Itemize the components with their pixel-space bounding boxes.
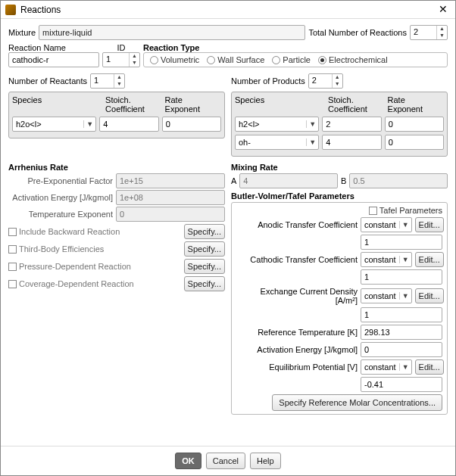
anodic-value-input[interactable]: 1 [361, 235, 442, 250]
specify-pressure-button[interactable]: Specify... [184, 259, 225, 274]
third-body-check[interactable]: Third-Body Efficiencies [8, 244, 181, 254]
chevron-down-icon[interactable]: ▼ [306, 120, 318, 128]
dialog-footer: OK Cancel Help [1, 446, 455, 475]
eq-pot-edit-button[interactable]: Edit... [415, 359, 444, 375]
pre-exp-label: Pre-Exponential Factor [8, 176, 113, 185]
cathodic-combo[interactable]: constant▼ [361, 252, 412, 267]
content-area: Mixture mixture-liquid Total Number of R… [1, 19, 455, 446]
spinner-down-icon[interactable]: ▼ [333, 81, 342, 88]
reactant-species-combo[interactable]: h2o<l>▼ [12, 117, 96, 132]
products-rate-header: Rate Exponent [388, 95, 444, 114]
reaction-type-particle[interactable]: Particle [272, 55, 311, 64]
reaction-type-label: Reaction Type [143, 43, 448, 52]
mixing-rate-title: Mixing Rate [231, 163, 448, 172]
total-reactions-label: Total Number of Reactions [308, 28, 407, 37]
specify-third-body-button[interactable]: Specify... [184, 241, 225, 257]
anodic-combo[interactable]: constant▼ [361, 217, 412, 232]
num-reactants-spinner[interactable]: 1 ▲▼ [90, 73, 125, 89]
close-icon[interactable]: ✕ [436, 2, 451, 17]
product-species-combo[interactable]: oh-▼ [235, 135, 319, 150]
reactant-stoich-input[interactable]: 4 [99, 117, 158, 132]
titlebar: Reactions ✕ [1, 1, 455, 19]
temp-exp-input[interactable]: 0 [116, 207, 225, 222]
app-icon [5, 5, 16, 15]
include-backward-check[interactable]: Include Backward Reaction [8, 227, 181, 236]
products-row: h2<l>▼ 2 0 [235, 117, 444, 132]
help-button[interactable]: Help [250, 453, 281, 469]
reaction-id-spinner[interactable]: 1 ▲▼ [102, 52, 140, 67]
bv-title: Butler-Volmer/Tafel Parameters [231, 191, 448, 201]
reactants-species-header: Species [12, 95, 102, 114]
pressure-dep-check[interactable]: Pressure-Dependent Reaction [8, 262, 181, 271]
spinner-up-icon[interactable]: ▲ [333, 74, 342, 81]
chevron-down-icon[interactable]: ▼ [399, 363, 411, 371]
bv-act-label: Activation Energy [J/kgmol] [236, 345, 358, 354]
reaction-name-label: Reaction Name [8, 43, 99, 52]
mixing-b-label: B [341, 176, 346, 185]
specify-backward-button[interactable]: Specify... [184, 224, 225, 239]
ok-button[interactable]: OK [175, 453, 201, 469]
num-products-spinner[interactable]: 2 ▲▼ [308, 73, 343, 89]
dialog-title: Reactions [20, 5, 436, 15]
spinner-down-icon[interactable]: ▼ [114, 81, 124, 88]
coverage-dep-check[interactable]: Coverage-Dependent Reaction [8, 279, 181, 288]
reaction-name-input[interactable]: cathodic-r [8, 52, 99, 67]
spinner-down-icon[interactable]: ▼ [437, 33, 447, 39]
num-products-label: Number of Products [231, 76, 305, 86]
anodic-label: Anodic Transfer Coefficient [236, 220, 358, 229]
tafel-params-check[interactable]: Tafel Parameters [369, 206, 442, 215]
pre-exp-input[interactable]: 1e+15 [116, 173, 225, 188]
specify-ref-molar-button[interactable]: Specify Reference Molar Concentrations..… [272, 394, 442, 411]
products-stoich-header: Stoich. Coefficient [328, 95, 384, 114]
ecd-combo[interactable]: constant▼ [361, 288, 412, 303]
products-row: oh-▼ 4 0 [235, 135, 444, 150]
eq-pot-label: Equilibrium Potential [V] [236, 362, 358, 372]
reactions-dialog: Reactions ✕ Mixture mixture-liquid Total… [0, 0, 456, 476]
cathodic-edit-button[interactable]: Edit... [415, 252, 444, 267]
reaction-type-volumetric[interactable]: Volumetric [150, 55, 199, 64]
reaction-id-label: ID [102, 43, 140, 52]
mixture-label: Mixture [8, 28, 36, 37]
cancel-button[interactable]: Cancel [206, 453, 245, 469]
product-stoich-input[interactable]: 4 [322, 135, 381, 150]
anodic-edit-button[interactable]: Edit... [415, 217, 444, 232]
reft-label: Reference Temperature [K] [236, 328, 358, 337]
reft-input[interactable]: 298.13 [361, 325, 442, 340]
spinner-up-icon[interactable]: ▲ [114, 74, 124, 81]
act-energy-input[interactable]: 1e+08 [116, 190, 225, 205]
act-energy-label: Activation Energy [J/kgmol] [8, 193, 113, 202]
chevron-down-icon[interactable]: ▼ [306, 138, 318, 146]
eq-pot-combo[interactable]: constant▼ [361, 359, 412, 375]
products-species-header: Species [235, 95, 325, 114]
mixing-a-label: A [231, 176, 236, 185]
reactants-row: h2o<l>▼ 4 0 [12, 117, 221, 132]
mixing-b-input[interactable]: 0.5 [349, 173, 448, 188]
reaction-id-value: 1 [103, 53, 129, 67]
product-rate-input[interactable]: 0 [385, 117, 444, 132]
chevron-down-icon[interactable]: ▼ [83, 120, 95, 128]
spinner-up-icon[interactable]: ▲ [437, 26, 447, 33]
chevron-down-icon[interactable]: ▼ [399, 221, 411, 229]
mixing-a-input[interactable]: 4 [239, 173, 338, 188]
temp-exp-label: Temperature Exponent [8, 210, 113, 219]
product-species-combo[interactable]: h2<l>▼ [235, 117, 319, 132]
reactants-rate-header: Rate Exponent [165, 95, 221, 114]
specify-coverage-button[interactable]: Specify... [184, 276, 225, 291]
reaction-type-wall[interactable]: Wall Surface [207, 55, 264, 64]
reaction-type-electrochemical[interactable]: Electrochemical [318, 55, 388, 64]
reactant-rate-input[interactable]: 0 [162, 117, 221, 132]
total-reactions-spinner[interactable]: 2 ▲▼ [410, 25, 448, 40]
ecd-edit-button[interactable]: Edit... [415, 288, 444, 303]
mixture-field[interactable]: mixture-liquid [39, 25, 305, 40]
bv-act-input[interactable]: 0 [361, 342, 442, 357]
product-rate-input[interactable]: 0 [385, 135, 444, 150]
spinner-down-icon[interactable]: ▼ [130, 60, 139, 67]
chevron-down-icon[interactable]: ▼ [399, 256, 411, 263]
spinner-up-icon[interactable]: ▲ [130, 53, 139, 60]
ecd-value-input[interactable]: 1 [361, 307, 442, 322]
chevron-down-icon[interactable]: ▼ [399, 292, 411, 300]
eq-pot-value-input[interactable]: -0.41 [361, 377, 442, 392]
product-stoich-input[interactable]: 2 [322, 117, 381, 132]
cathodic-value-input[interactable]: 1 [361, 269, 442, 285]
total-reactions-value: 2 [411, 26, 436, 39]
